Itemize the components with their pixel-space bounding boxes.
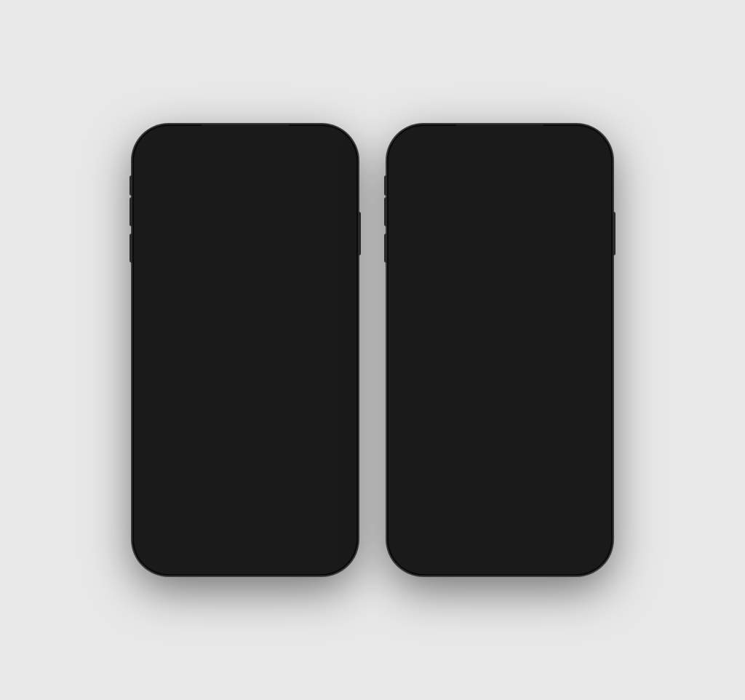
- calendar-day: 20: [212, 374, 229, 390]
- dock-phone-2[interactable]: [414, 516, 452, 554]
- contacts-icon: [456, 388, 494, 426]
- wiki-num-1: 1: [157, 196, 170, 210]
- svg-rect-48: [415, 346, 418, 349]
- app-camera[interactable]: Camera: [297, 359, 342, 407]
- wikipedia-widget-2[interactable]: W © ① ⟳ Birch mushroom (Piptoporus betul…: [402, 159, 598, 317]
- network-label-2: 4G: [561, 144, 570, 152]
- page-dots-2: [393, 446, 607, 456]
- svg-rect-49: [433, 346, 437, 349]
- dot-3: [239, 479, 244, 483]
- contacts-label: Contacts: [462, 428, 488, 436]
- reminders-icon: [251, 419, 289, 457]
- calendar-icon: SUN 20: [202, 359, 239, 397]
- phone-screen-2: 19:27 4G: [393, 130, 607, 570]
- phone-screen-1: 19:26 4G Top read 1 Ruth Bader: [138, 130, 352, 570]
- svg-point-12: [317, 377, 322, 381]
- slack-icon: [506, 388, 543, 426]
- notes-icon: [300, 419, 338, 457]
- svg-rect-72: [522, 409, 524, 413]
- app-contacts[interactable]: Contacts: [453, 388, 498, 436]
- wiki-num-4: 4: [157, 306, 170, 319]
- wiki-item-4[interactable]: 4 Martin D. Ginsburg American legal scho…: [157, 297, 333, 327]
- battery-icon-2: [575, 144, 591, 152]
- app-files[interactable]: Files: [551, 328, 597, 376]
- svg-rect-53: [431, 351, 435, 355]
- appstore-label: App Store: [510, 368, 539, 376]
- svg-rect-47: [425, 354, 427, 358]
- svg-rect-71: [525, 401, 527, 405]
- signal-icon-2: [547, 144, 557, 151]
- app-settings[interactable]: Settings: [403, 328, 448, 376]
- svg-rect-54: [466, 338, 474, 356]
- dock-2: [403, 510, 597, 560]
- wiki-thumb-3: ⚖️: [303, 260, 333, 291]
- svg-rect-52: [416, 351, 421, 355]
- svg-point-26: [306, 538, 312, 544]
- settings-label: Settings: [414, 368, 438, 376]
- phone-2: 19:27 4G: [387, 124, 613, 576]
- app-mail[interactable]: Mail: [148, 419, 194, 467]
- svg-rect-50: [416, 339, 421, 343]
- wiki-item-1[interactable]: 1 Ruth Bader Ginsburg United States Supr…: [157, 188, 333, 218]
- wiki-image: W © ① ⟳: [402, 159, 598, 276]
- app-notes[interactable]: Notes: [297, 419, 342, 467]
- wiki-thumb-2: [303, 224, 333, 255]
- wiki-logo: W: [573, 165, 591, 183]
- wiki-num-2: 2: [157, 233, 170, 246]
- wiki-item-3[interactable]: 3 Supreme Court of the United... Highest…: [157, 260, 333, 291]
- svg-rect-0: [161, 372, 174, 385]
- camera-label: Camera: [308, 399, 331, 407]
- svg-rect-42: [402, 159, 453, 276]
- files-icon: [555, 328, 593, 366]
- cc-sa-icon: ⟳: [432, 261, 442, 271]
- svg-point-79: [561, 538, 567, 544]
- dock-phone[interactable]: [159, 516, 197, 554]
- reminders-label: Reminders: [254, 459, 286, 467]
- app-books[interactable]: Books: [453, 328, 498, 376]
- cc-icon: ©: [407, 261, 418, 271]
- status-time-1: 19:26: [154, 143, 178, 154]
- dock-1: [148, 510, 342, 560]
- dock-music[interactable]: [293, 516, 331, 554]
- books-label: Books: [466, 368, 484, 376]
- svg-rect-44: [453, 159, 533, 276]
- app-photos[interactable]: Photos: [247, 359, 292, 407]
- wiki-text-4: Martin D. Ginsburg American legal schola…: [176, 299, 297, 326]
- facetime-icon: [152, 359, 190, 397]
- dock-messages-2[interactable]: [503, 516, 541, 554]
- app-shortcuts[interactable]: Shortcuts: [403, 388, 448, 436]
- app-grid-p2-row2: Shortcuts Contacts: [393, 382, 607, 442]
- facetime-label: FaceTime: [156, 399, 186, 407]
- app-facetime[interactable]: FaceTime: [148, 359, 194, 407]
- files-label: Files: [567, 368, 581, 376]
- photos-icon: [251, 359, 289, 397]
- dock-music-2[interactable]: [548, 516, 586, 554]
- status-bar-1: 19:26 4G: [138, 130, 352, 156]
- dot-p2-2: [502, 449, 506, 453]
- clock-label: Clock: [212, 459, 229, 467]
- volume-up-button-2: [384, 197, 387, 226]
- whatsapp-icon: [555, 388, 593, 426]
- wiki-text-3: Supreme Court of the United... Highest c…: [176, 263, 297, 290]
- wikipedia-widget-1[interactable]: Top read 1 Ruth Bader Ginsburg United St…: [147, 159, 343, 348]
- dock-safari[interactable]: [204, 516, 242, 554]
- dock-safari-2[interactable]: [458, 516, 496, 554]
- svg-rect-51: [431, 339, 435, 343]
- wiki-thumb-4: [303, 297, 333, 327]
- status-bar-2: 19:27 4G: [393, 130, 607, 156]
- network-label: 4G: [306, 144, 316, 152]
- wiki-thumb-1: [303, 188, 333, 218]
- app-whatsapp[interactable]: WhatsApp: [551, 388, 597, 436]
- silent-button-2: [384, 175, 387, 196]
- app-appstore[interactable]: 5 App Store: [502, 328, 547, 376]
- app-clock[interactable]: Clock: [198, 419, 243, 467]
- app-calendar[interactable]: SUN 20 Calendar: [198, 359, 243, 407]
- svg-rect-69: [518, 405, 522, 407]
- wiki-item-2[interactable]: 2 Amy Coney Barrett American judge 647K: [157, 224, 333, 255]
- dock-messages[interactable]: [249, 516, 287, 554]
- svg-point-27: [318, 536, 322, 541]
- camera-icon: [300, 359, 338, 397]
- app-slack[interactable]: Slack: [502, 388, 547, 436]
- svg-marker-1: [174, 373, 181, 384]
- app-reminders[interactable]: Reminders: [247, 419, 292, 467]
